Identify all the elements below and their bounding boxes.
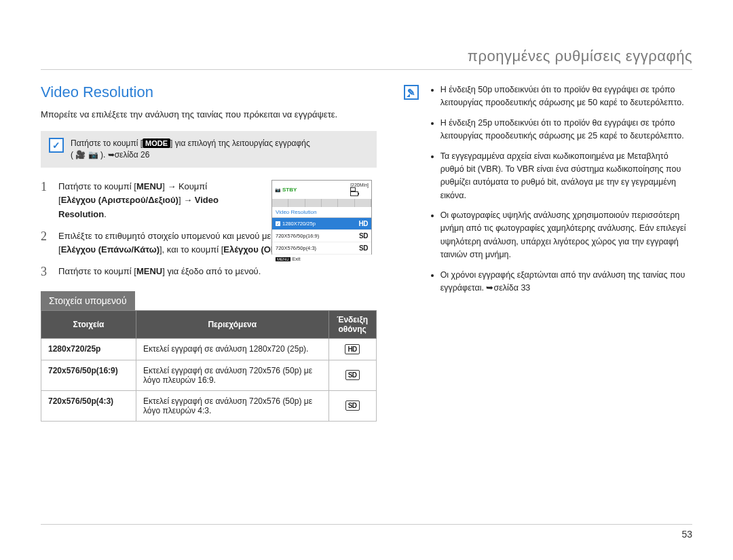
note-item: Οι φωτογραφίες υψηλής ανάλυσης χρησιμοπο… [440,209,692,262]
step-1-body: Πατήστε το κουμπί [MENU] → Κουμπί [Ελέγχ… [58,180,235,221]
step-1-number: 1 [41,180,50,221]
lcd-preview: 📷 STBY [220Min] Video Resolution ✓1280X7… [271,180,372,255]
note-item: Οι χρόνοι εγγραφής εξαρτώνται από την αν… [440,269,692,295]
submenu-header: Στοιχεία υπομενού [41,291,135,310]
info-icon: ✎ [404,85,419,100]
table-row: 720x576/50p(16:9) Εκτελεί εγγραφή σε ανά… [41,360,377,390]
step-3-body: Πατήστε το κουμπί [MENU] για έξοδο από τ… [58,265,261,279]
section-title: Video Resolution [41,83,377,101]
page-number: 53 [41,524,692,540]
table-row: 720x576/50p(4:3) Εκτελεί εγγραφή σε ανάλ… [41,390,377,421]
note-item: Η ένδειξη 25p υποδεικνύει ότι το προϊόν … [440,117,692,143]
lcd-menu-title: Video Resolution [272,207,371,218]
step-2-number: 2 [41,229,50,257]
lcd-item-0: ✓1280X720/25p HD [272,218,371,230]
lcd-item-2: 720X576/50p(4:3) SD [272,242,371,255]
note-item: Τα εγγεγραμμένα αρχεία είναι κωδικοποιημ… [440,150,692,203]
options-table: Στοιχεία Περιεχόμενα Ένδειξη οθόνης 1280… [41,310,377,422]
th-item: Στοιχεία [41,310,136,338]
steps-list: 📷 STBY [220Min] Video Resolution ✓1280X7… [41,180,377,279]
table-row: 1280x720/25p Εκτελεί εγγραφή σε ανάλυση … [41,338,377,360]
step-3-number: 3 [41,265,50,279]
lead-text: Μπορείτε να επιλέξετε την ανάλυση της τα… [41,108,377,122]
check-icon: ✓ [49,138,64,153]
page-header-title: προηγμένες ρυθμίσεις εγγραφής [41,48,692,70]
lcd-item-1: 720X576/50p(16:9) SD [272,230,371,242]
tip-text: Πατήστε το κουμπί [MODE] για επιλογή της… [71,138,310,162]
notes-list: Η ένδειξη 50p υποδεικνύει ότι το προϊόν … [428,83,692,301]
note-item: Η ένδειξη 50p υποδεικνύει ότι το προϊόν … [440,83,692,110]
lcd-exit: MENUExit [272,255,371,263]
th-desc: Περιεχόμενα [136,310,329,338]
tip-box: ✓ Πατήστε το κουμπί [MODE] για επιλογή τ… [41,131,377,168]
th-badge: Ένδειξη οθόνης [328,310,376,338]
